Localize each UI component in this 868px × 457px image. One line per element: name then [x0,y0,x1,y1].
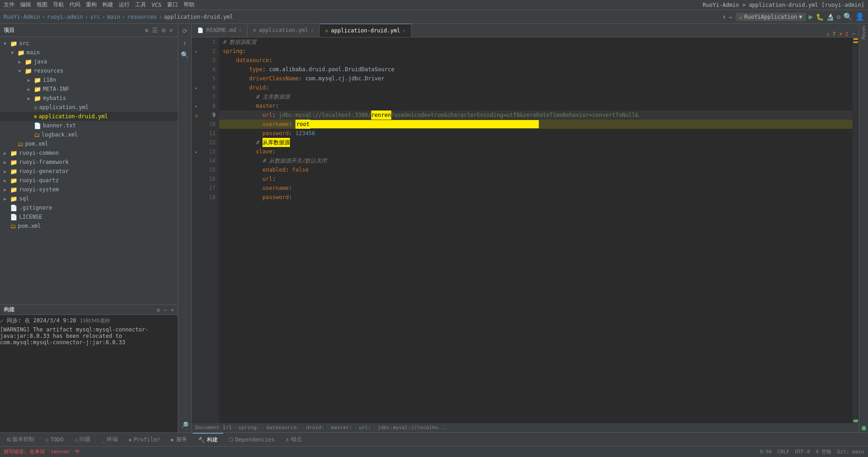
profiler-icon: ◈ [129,436,132,443]
tree-arrow-ruoyi-generator: ▶ [4,169,9,174]
code-line-18: password: [219,193,852,202]
code-content[interactable]: # 数据源配置 spring: datasource: type: com.al… [219,37,852,423]
line-num-2: 2 [201,47,219,56]
breadcrumb-item-4[interactable]: resources [127,14,157,20]
toolbar-icon-commit[interactable]: ⬆ [722,13,726,21]
tree-item-pom-root[interactable]: ▶ 🗂 pom.xml [0,221,178,231]
close-bottom-icon[interactable]: × [171,307,174,313]
close-druid-yml-btn[interactable]: × [403,28,405,33]
sidebar-bottom-icons: ⚙ − × [157,307,174,313]
tree-item-application-yml[interactable]: ▶ ⚙ application.yml [0,103,178,112]
menu-item-window[interactable]: 窗口 [167,1,178,9]
editor-more-icon[interactable]: ⋯ [852,31,855,37]
tree-item-main[interactable]: ▼ 📁 main [0,48,178,57]
toolbar-icon-back[interactable]: ← [729,13,732,21]
nav-master: master: [331,425,352,431]
search-left-icon[interactable]: 🔍 [181,51,189,58]
txt-icon-banner: 📄 [34,122,41,129]
tree-item-ruoyi-common[interactable]: ▶ 📁 ruoyi-common [0,148,178,158]
bottom-tab-anchors[interactable]: ⚓ 锚点 [280,433,307,446]
toolbar-more[interactable]: ⚙ [837,13,841,21]
sidebar-action-new[interactable]: ⊕ [144,26,149,35]
value-root: root [295,120,310,129]
tree-item-mybatis[interactable]: ▶ 📁 mybatis [0,94,178,103]
tab-druid-yml[interactable]: ⚙ application-druid.yml × [320,24,411,37]
menu-item-vcs[interactable]: VCS [152,2,162,8]
menu-item-help[interactable]: 帮助 [184,1,195,9]
tree-item-src[interactable]: ▼ 📁 src [0,39,178,48]
code-line-5: driverClassName: com.mysql.cj.jdbc.Drive… [219,74,852,83]
menu-item-file[interactable]: 文件 [4,1,15,9]
menu-item-build[interactable]: 构建 [102,1,113,9]
breadcrumb-item-3[interactable]: main [107,14,120,20]
breadcrumb-item-1[interactable]: ruoyi-admin [47,14,83,20]
bottom-tab-build[interactable]: 🔨 构建 [193,433,223,446]
tree-item-ruoyi-generator[interactable]: ▶ 📁 ruoyi-generator [0,167,178,176]
tree-item-pom-inner[interactable]: ▶ 🗂 pom.xml [0,139,178,148]
run-config-arrow: ▼ [799,14,802,20]
bottom-tab-version-control[interactable]: ⑆ 版本控制 [2,433,40,446]
sidebar-action-collapse[interactable]: ☰ [151,26,159,35]
tab-readme[interactable]: 📄 README.md × [192,24,247,37]
bottom-tab-services[interactable]: ▶ 服务 [166,433,193,446]
tree-item-i18n[interactable]: ▶ 📁 i18n [0,75,178,84]
user-icon[interactable]: 👤 [855,12,864,21]
gutter-16 [192,174,201,184]
arrow-up-left-icon[interactable]: ↑ [183,39,186,47]
tree-item-java[interactable]: ▶ 📁 java [0,57,178,66]
menu-item-edit[interactable]: 编辑 [20,1,31,9]
debug-button[interactable]: 🐛 [816,13,824,21]
todo-icon: ☑ [45,436,48,443]
tree-item-application-druid-yml[interactable]: ▶ ⚙ application-druid.yml [0,112,178,121]
coverage-button[interactable]: 🔬 [826,13,834,21]
tree-label-druid-yml: application-druid.yml [39,113,108,120]
run-config-dropdown[interactable]: ☕ RuoYiApplication ▼ [736,13,806,21]
tree-item-meta-inf[interactable]: ▶ 📁 META-INF [0,84,178,94]
tree-arrow-ruoyi-common: ▶ [4,151,9,156]
search-button[interactable]: 🔍 [843,12,852,21]
tree-arrow-ruoyi-quartz: ▶ [4,178,9,183]
settings-icon[interactable]: ⚙ [157,307,160,313]
nav-url: url: [359,425,371,431]
close-application-yml-btn[interactable]: × [311,28,314,33]
tree-item-banner-txt[interactable]: ▶ 📄 banner.txt [0,121,178,130]
filter-left-icon[interactable]: 🔎 [181,421,189,429]
bottom-tab-profiler[interactable]: ◈ Profiler [123,433,166,446]
sidebar-action-settings[interactable]: ⚙ [161,26,166,35]
tree-item-ruoyi-quartz[interactable]: ▶ 📁 ruoyi-quartz [0,176,178,185]
tree-item-sql[interactable]: ▶ 📁 sql [0,194,178,203]
run-button[interactable]: ▶ [809,12,813,21]
bottom-tab-todo[interactable]: ☑ TODO [40,433,69,446]
breadcrumb-item-2[interactable]: src [90,14,100,20]
maven-icon[interactable]: Maven [861,26,866,39]
status-indent: 4 空格 [815,448,831,455]
tree-item-ruoyi-system[interactable]: ▶ 📁 ruoyi-system [0,185,178,194]
sidebar-action-close[interactable]: × [168,26,174,35]
tree-item-ruoyi-framework[interactable]: ▶ 📁 ruoyi-framework [0,158,178,167]
bottom-tab-problems[interactable]: ⚠ 问题 [69,433,96,446]
menu-item-refactor[interactable]: 重构 [86,1,97,9]
status-line-ending: CRLF [778,449,790,455]
tree-item-logback-xml[interactable]: ▶ 🗂 logback.xml [0,130,178,139]
breadcrumb-item-0[interactable]: RuoYi-Admin [4,14,40,20]
gutter-12 [192,138,201,147]
menu-item-view[interactable]: 视图 [37,1,47,9]
value-false: false [292,165,309,174]
tree-item-resources[interactable]: ▼ 📁 resources [0,66,178,75]
tree-label-ruoyi-framework: ruoyi-framework [19,159,68,165]
menu-item-tools[interactable]: 工具 [135,1,146,9]
code-line-1: # 数据源配置 [219,37,852,47]
bottom-tab-dependencies[interactable]: ⬡ Dependencies [223,433,280,446]
tree-arrow-main: ▼ [11,50,16,55]
sync-left-icon[interactable]: ⟳ [182,27,188,35]
bottom-tab-terminal[interactable]: _ 终端 [96,433,123,446]
breadcrumb-item-5[interactable]: application-druid.yml [164,14,233,20]
close-readme-btn[interactable]: × [239,28,242,33]
tree-item-license[interactable]: ▶ 📄 LICENSE [0,212,178,221]
tab-application-yml[interactable]: ⚙ application.yml × [247,24,320,37]
menu-item-code[interactable]: 代码 [69,1,80,9]
tree-item-gitignore[interactable]: ▶ 📄 .gitignore [0,203,178,212]
menu-item-run[interactable]: 运行 [119,1,130,9]
menu-item-nav[interactable]: 导航 [53,1,64,9]
minimize-icon[interactable]: − [164,307,167,313]
